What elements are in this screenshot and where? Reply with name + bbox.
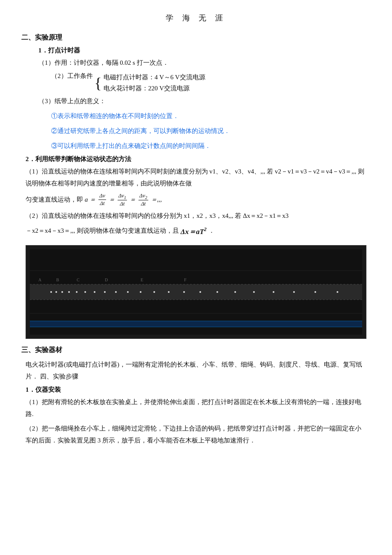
image-inner: A B C D E F	[26, 246, 366, 338]
step1-1-text: （1）把附有滑轮的长木板放在实验桌上，并使滑轮伸出桌面，把打点计时器固定在长木板…	[26, 396, 366, 420]
formula-eq1: ＝	[109, 194, 115, 206]
left-brace: {	[95, 75, 102, 91]
svg-rect-29	[30, 321, 362, 327]
step1-2-text: （2）把一条细绳拴在小车上，细绳跨过定滑轮，下边挂上合适的钩码，把纸带穿过打点计…	[26, 423, 366, 447]
para2b-text: －x2＝x4－x3＝,,, 则说明物体在做匀变速直线运动，且	[26, 227, 179, 234]
svg-point-11	[76, 291, 78, 293]
item1-action: （1）作用：计时仪器，每隔 0.02 s 打一次点．	[38, 57, 366, 69]
svg-point-20	[183, 291, 185, 293]
brace-container: { 电磁打点计时器：4 V～6 V交流电源 电火花计时器：220 V交流电源	[95, 72, 205, 94]
blue-item-2: ②通过研究纸带上各点之间的距离，可以判断物体的运动情况．	[51, 125, 366, 137]
tape-svg: A B C D E F	[30, 249, 362, 335]
formula-eq3: ＝,,,	[151, 194, 162, 206]
svg-point-10	[68, 291, 70, 293]
svg-point-26	[293, 291, 295, 293]
subsec2-title: 2．利用纸带判断物体运动状态的方法	[26, 155, 366, 163]
item3-label: （3）纸带上点的意义：	[38, 95, 366, 107]
svg-point-9	[61, 291, 63, 293]
svg-point-13	[94, 291, 95, 293]
para1b-text: 匀变速直线运动，即	[26, 196, 83, 202]
section2-title: 二、实验原理	[21, 33, 366, 42]
frac-den-dt: Δt	[99, 200, 105, 207]
svg-text:A: A	[38, 278, 42, 282]
formula-a-label: a	[85, 194, 88, 206]
para1b-block: 匀变速直线运动，即 a ＝ Δv Δt ＝ Δv1 Δt ＝ Δv2 Δt ＝,…	[26, 192, 366, 208]
frac-num-dv: Δv	[98, 192, 106, 200]
svg-point-18	[153, 291, 155, 293]
step1-title: 1．仪器安装	[26, 386, 366, 394]
para2-text: （2）沿直线运动的物体在连续相等时间内的位移分别为 x1，x2，x3，x4,,,…	[26, 212, 288, 219]
item2-label: （2）工作条件	[51, 72, 93, 80]
para2-block: （2）沿直线运动的物体在连续相等时间内的位移分别为 x1，x2，x3，x4,,,…	[26, 210, 366, 222]
subsec1-title: 1．打点计时器	[38, 46, 366, 55]
svg-point-28	[337, 291, 338, 293]
formula-delta-x: Δx＝aT2	[181, 225, 207, 238]
svg-text:B: B	[56, 278, 59, 282]
item2-working-conditions: （2）工作条件 { 电磁打点计时器：4 V～6 V交流电源 电火花计时器：220…	[51, 72, 366, 94]
svg-text:C: C	[77, 278, 80, 282]
svg-point-14	[104, 291, 106, 293]
frac-delta-v2-t: Δv2 Δt	[138, 192, 148, 208]
svg-point-24	[253, 291, 255, 293]
para2b-block: －x2＝x4－x3＝,,, 则说明物体在做匀变速直线运动，且 Δx＝aT2 ．	[26, 225, 366, 238]
brace-item-1: 电磁打点计时器：4 V～6 V交流电源	[104, 72, 205, 83]
svg-point-25	[273, 291, 274, 293]
page-title: 学 海 无 涯	[26, 13, 366, 23]
svg-point-17	[140, 291, 141, 293]
svg-point-7	[50, 291, 52, 293]
frac-delta-v1-t: Δv1 Δt	[118, 192, 127, 208]
frac-den-dt1: Δt	[119, 200, 125, 208]
para2c-text: ．	[208, 227, 215, 234]
svg-rect-4	[30, 284, 362, 300]
frac-num-dv2: Δv2	[138, 192, 148, 201]
frac-num-dv1: Δv1	[118, 192, 127, 201]
blue-item-3: ③可以利用纸带上打出的点来确定计数点间的时间间隔．	[51, 140, 366, 152]
svg-point-23	[234, 291, 236, 293]
formula-a: a ＝ Δv Δt ＝ Δv1 Δt ＝ Δv2 Δt ＝,,,	[85, 192, 162, 208]
brace-items: 电磁打点计时器：4 V～6 V交流电源 电火花计时器：220 V交流电源	[104, 72, 205, 94]
delta-x-text: Δx＝aT2	[181, 225, 207, 238]
svg-text:D: D	[105, 278, 108, 282]
formula-eq0: ＝	[89, 194, 96, 206]
frac-delta-v-t: Δv Δt	[98, 192, 106, 207]
svg-point-22	[216, 291, 218, 293]
svg-point-19	[168, 291, 170, 293]
svg-point-15	[115, 291, 117, 293]
section3-block: 三、实验器材 电火花计时器(或电磁打点计时器)，一端附有定滑轮的长木板、小车、纸…	[26, 346, 366, 447]
blue-item-1: ①表示和纸带相连的物体在不同时刻的位置．	[51, 110, 366, 122]
svg-point-16	[127, 291, 129, 293]
formula-eq2: ＝	[130, 194, 136, 206]
svg-point-12	[84, 291, 86, 293]
svg-point-8	[55, 291, 57, 293]
equipment-text: 电火花计时器(或电磁打点计时器)，一端附有定滑轮的长木板、小车、纸带、细绳、钩码…	[26, 359, 366, 383]
svg-text:E: E	[141, 278, 143, 282]
svg-point-27	[314, 291, 316, 293]
brace-item-2: 电火花计时器：220 V交流电源	[104, 83, 205, 94]
frac-den-dt2: Δt	[140, 200, 147, 208]
svg-text:F: F	[184, 278, 187, 282]
svg-point-21	[199, 291, 201, 293]
para1-text: （1）沿直线运动的物体在连续相等时间内不同时刻的速度分别为 v1、v2、v3、v…	[26, 168, 364, 187]
para1-block: （1）沿直线运动的物体在连续相等时间内不同时刻的速度分别为 v1、v2、v3、v…	[26, 166, 366, 190]
section3-title: 三、实验器材	[21, 346, 366, 355]
experiment-image: A B C D E F	[26, 245, 366, 339]
